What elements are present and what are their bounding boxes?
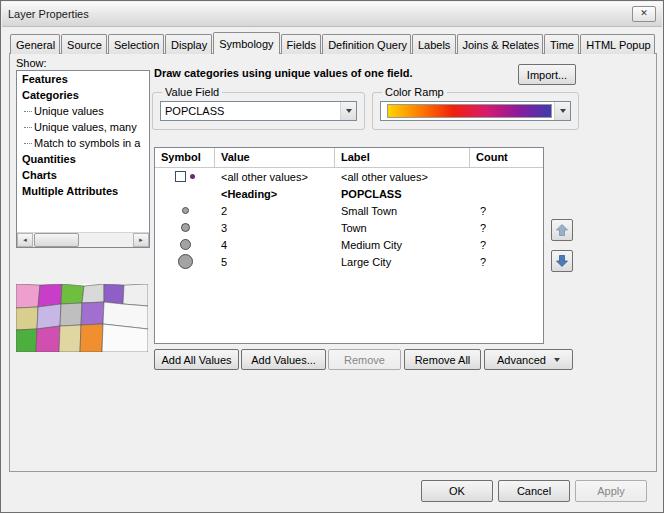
count-cell: ? <box>470 222 543 234</box>
scroll-right-icon[interactable]: ► <box>133 233 149 247</box>
show-label: Show: <box>16 57 47 69</box>
color-ramp-group: Color Ramp <box>372 86 579 130</box>
graduated-circle-icon <box>181 223 190 232</box>
table-row-value-4[interactable]: 4 Medium City ? <box>155 236 543 253</box>
point-symbol-icon <box>190 174 195 179</box>
color-ramp-dropdown[interactable] <box>380 101 571 121</box>
count-cell: ? <box>470 256 543 268</box>
graduated-circle-icon <box>182 207 189 214</box>
header-label: Label <box>335 148 470 167</box>
chevron-down-icon[interactable] <box>554 102 570 120</box>
add-all-values-button[interactable]: Add All Values <box>154 349 239 370</box>
symbol-cell <box>155 207 215 214</box>
tree-item-unique-values-many[interactable]: Unique values, many <box>17 119 149 135</box>
symbology-tab-page: Show: Features Categories Unique values … <box>9 53 657 472</box>
tree-item-features[interactable]: Features <box>17 71 149 87</box>
map-preview-image <box>16 284 148 352</box>
table-row-heading[interactable]: <Heading> POPCLASS <box>155 185 543 202</box>
table-row-all-other-values[interactable]: <all other values> <all other values> <box>155 168 543 185</box>
scrollbar-track[interactable] <box>33 233 133 247</box>
value-cell: 3 <box>215 222 335 234</box>
label-cell: <all other values> <box>335 171 470 183</box>
advanced-label: Advanced <box>497 354 546 366</box>
tab-general[interactable]: General <box>10 34 60 54</box>
tab-html-popup[interactable]: HTML Popup <box>580 34 655 54</box>
header-value: Value <box>215 148 335 167</box>
tab-strip: General Source Selection Display Symbolo… <box>10 31 656 54</box>
layer-properties-dialog: Layer Properties ✕ General Source Select… <box>0 0 664 513</box>
tab-symbology[interactable]: Symbology <box>213 32 279 54</box>
ok-button[interactable]: OK <box>421 480 493 502</box>
color-ramp-preview <box>387 104 552 118</box>
value-field-dropdown[interactable]: POPCLASS <box>160 101 357 121</box>
tab-display[interactable]: Display <box>165 34 212 54</box>
tab-joins-relates[interactable]: Joins & Relates <box>457 34 543 54</box>
show-tree: Features Categories Unique values Unique… <box>16 70 150 248</box>
chevron-down-icon <box>554 358 560 362</box>
count-cell: ? <box>470 239 543 251</box>
move-up-button[interactable] <box>551 219 573 241</box>
value-field-legend: Value Field <box>162 86 222 98</box>
all-other-values-checkbox[interactable] <box>175 171 186 182</box>
scrollbar-thumb[interactable] <box>34 233 79 247</box>
value-cell: 5 <box>215 256 335 268</box>
titlebar: Layer Properties ✕ <box>2 2 662 27</box>
label-cell: POPCLASS <box>335 188 470 200</box>
arrow-down-icon <box>555 254 569 268</box>
close-icon[interactable]: ✕ <box>632 6 656 22</box>
symbol-cell <box>155 239 215 250</box>
tab-labels[interactable]: Labels <box>412 34 456 54</box>
tab-source[interactable]: Source <box>61 34 107 54</box>
value-cell: <all other values> <box>215 171 335 183</box>
tab-fields[interactable]: Fields <box>281 34 322 54</box>
value-cell: 2 <box>215 205 335 217</box>
table-header: Symbol Value Label Count <box>155 148 543 168</box>
symbol-cell <box>155 223 215 232</box>
add-values-button[interactable]: Add Values... <box>241 349 326 370</box>
graduated-circle-icon <box>180 239 191 250</box>
unique-values-table: Symbol Value Label Count <all other valu… <box>154 147 544 344</box>
apply-button[interactable]: Apply <box>575 480 647 502</box>
table-row-value-2[interactable]: 2 Small Town ? <box>155 202 543 219</box>
tree-item-unique-values[interactable]: Unique values <box>17 103 149 119</box>
remove-all-button[interactable]: Remove All <box>404 349 481 370</box>
value-field-group: Value Field POPCLASS <box>152 86 365 130</box>
tab-time[interactable]: Time <box>544 34 579 54</box>
import-button[interactable]: Import... <box>518 64 576 85</box>
advanced-dropdown-button[interactable]: Advanced <box>484 349 573 370</box>
label-cell: Medium City <box>335 239 470 251</box>
color-ramp-legend: Color Ramp <box>382 86 447 98</box>
tree-item-quantities[interactable]: Quantities <box>17 151 149 167</box>
graduated-circle-icon <box>178 254 193 269</box>
tab-selection[interactable]: Selection <box>108 34 164 54</box>
scroll-left-icon[interactable]: ◄ <box>17 233 33 247</box>
move-down-button[interactable] <box>551 250 573 272</box>
value-field-selected: POPCLASS <box>165 105 224 117</box>
tree-item-multiple-attributes[interactable]: Multiple Attributes <box>17 183 149 199</box>
cancel-button[interactable]: Cancel <box>498 480 570 502</box>
header-symbol: Symbol <box>155 148 215 167</box>
label-cell: Large City <box>335 256 470 268</box>
value-cell: 4 <box>215 239 335 251</box>
count-cell: ? <box>470 205 543 217</box>
symbol-cell <box>155 171 215 182</box>
value-cell: <Heading> <box>215 188 335 200</box>
tree-item-charts[interactable]: Charts <box>17 167 149 183</box>
label-cell: Small Town <box>335 205 470 217</box>
header-count: Count <box>470 148 543 167</box>
panel-description: Draw categories using unique values of o… <box>154 67 413 79</box>
tree-horizontal-scrollbar[interactable]: ◄ ► <box>17 232 149 247</box>
arrow-up-icon <box>555 223 569 237</box>
table-row-value-5[interactable]: 5 Large City ? <box>155 253 543 270</box>
chevron-down-icon[interactable] <box>340 102 356 120</box>
label-cell: Town <box>335 222 470 234</box>
tree-item-categories[interactable]: Categories <box>17 87 149 103</box>
tab-definition-query[interactable]: Definition Query <box>322 34 411 54</box>
table-row-value-3[interactable]: 3 Town ? <box>155 219 543 236</box>
remove-button[interactable]: Remove <box>328 349 401 370</box>
symbol-cell <box>155 254 215 269</box>
window-title: Layer Properties <box>8 8 632 20</box>
tree-item-match-symbols[interactable]: Match to symbols in a <box>17 135 149 151</box>
